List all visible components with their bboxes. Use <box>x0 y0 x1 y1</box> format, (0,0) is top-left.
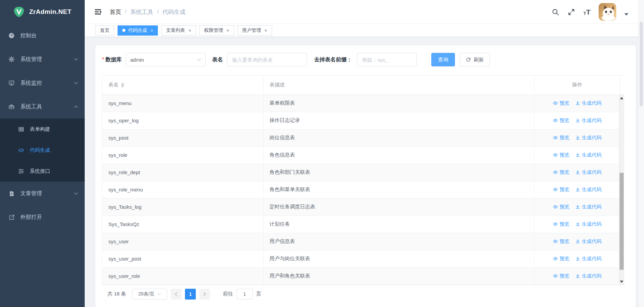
table-name-input[interactable] <box>227 53 307 66</box>
sidebar-item-system-management[interactable]: 系统管理 <box>0 47 85 71</box>
generate-code-link[interactable]: 生成代码 <box>575 169 602 176</box>
prefix-label: 去掉表名前缀： <box>314 56 352 63</box>
logo-v-icon <box>13 6 25 18</box>
cell-table-desc: 定时任务调度日志表 <box>263 198 534 216</box>
sidebar-item-label: 系统工具 <box>20 103 42 110</box>
cell-table-name: sys_role_menu <box>102 181 263 198</box>
cell-table-desc: 岗位信息表 <box>263 129 534 146</box>
generate-code-link[interactable]: 生成代码 <box>575 273 602 279</box>
preview-link[interactable]: 预览 <box>553 238 569 245</box>
scroll-down-arrow-icon[interactable] <box>620 281 623 283</box>
tab-close-icon[interactable]: × <box>150 28 153 33</box>
sidebar-item-label: 系统管理 <box>20 56 42 63</box>
scroll-up-arrow-icon[interactable] <box>620 97 623 99</box>
main-area: 首页 / 系统工具 / 代码生成 TT <box>85 0 644 307</box>
generate-code-link[interactable]: 生成代码 <box>575 152 602 158</box>
preview-link[interactable]: 预览 <box>553 152 569 158</box>
avatar-caret-down-icon[interactable] <box>624 13 628 16</box>
generate-code-link[interactable]: 生成代码 <box>575 204 602 210</box>
tag-tab-user-management[interactable]: 用户管理 × <box>237 25 272 36</box>
sidebar-item-article-management[interactable]: 文章管理 <box>0 182 85 205</box>
sidebar-item-label: 文章管理 <box>20 190 42 197</box>
sidebar-item-external-open[interactable]: 外部打开 <box>0 205 85 229</box>
database-select-value: admin <box>130 57 144 63</box>
sidebar-item-dashboard[interactable]: 控制台 <box>0 24 85 47</box>
code-generation-card: *数据库 admin 表名 去掉表名前缀： 查询 刷新 <box>95 45 636 307</box>
table-header-row: 表名 表描述 操作 <box>102 76 625 95</box>
chevron-down-icon <box>74 192 78 195</box>
sliders-icon <box>18 168 24 175</box>
column-header-table-desc: 表描述 <box>263 76 534 95</box>
refresh-icon <box>466 57 471 62</box>
generate-code-link[interactable]: 生成代码 <box>575 221 602 227</box>
window-scrollbar[interactable] <box>638 0 644 307</box>
preview-link[interactable]: 预览 <box>553 135 569 141</box>
chevron-down-icon <box>74 82 78 84</box>
sidebar-item-label: 系统监控 <box>20 80 42 87</box>
generate-code-link[interactable]: 生成代码 <box>575 100 602 106</box>
prefix-input[interactable] <box>357 53 417 66</box>
sidebar-item-code-generation[interactable]: 代码生成 <box>0 140 85 161</box>
user-avatar[interactable] <box>599 3 616 21</box>
goto-page-input[interactable] <box>236 289 253 300</box>
sidebar-item-system-tools[interactable]: 系统工具 <box>0 95 85 119</box>
prev-page-button[interactable] <box>171 289 182 300</box>
sort-caret-icon[interactable] <box>121 83 124 87</box>
sidebar-item-system-monitor[interactable]: 系统监控 <box>0 71 85 95</box>
tab-close-icon[interactable]: × <box>265 28 267 33</box>
generate-code-link[interactable]: 生成代码 <box>575 135 602 141</box>
external-link-icon <box>8 214 15 221</box>
generate-code-link[interactable]: 生成代码 <box>575 117 602 124</box>
goto-label: 前往 <box>223 291 233 297</box>
column-header-table-name[interactable]: 表名 <box>102 76 263 95</box>
cell-table-name: sys_user_role <box>102 267 263 285</box>
sidebar-fold-icon[interactable] <box>92 6 104 18</box>
generate-code-link[interactable]: 生成代码 <box>575 186 602 193</box>
tag-tab-article-list[interactable]: 文章列表 × <box>161 25 196 36</box>
cell-table-name: sys_oper_log <box>102 112 263 129</box>
generate-code-link[interactable]: 生成代码 <box>575 238 602 245</box>
table-scrollbar[interactable] <box>619 95 624 285</box>
cell-table-desc: 角色信息表 <box>263 146 534 164</box>
breadcrumb-section: 系统工具 <box>130 8 153 16</box>
top-navbar: 首页 / 系统工具 / 代码生成 TT <box>85 0 644 24</box>
table-row: sys_role_dept 角色和部门关联表 预览生成代码 <box>102 164 625 181</box>
generate-code-link[interactable]: 生成代码 <box>575 255 602 262</box>
cell-table-name: sys_menu <box>102 95 263 112</box>
tab-label: 用户管理 <box>242 27 261 34</box>
preview-link[interactable]: 预览 <box>553 117 569 124</box>
tag-tab-code-generation[interactable]: 代码生成 × <box>118 25 158 36</box>
page-size-select[interactable]: 20条/页 <box>132 289 167 300</box>
page-number-button[interactable]: 1 <box>185 289 196 300</box>
tag-tab-permission-management[interactable]: 权限管理 × <box>199 25 234 36</box>
table-scrollbar-thumb[interactable] <box>620 173 624 270</box>
cell-table-name: Sys_TasksQz <box>102 216 263 233</box>
tab-close-icon[interactable]: × <box>226 28 229 33</box>
sidebar-item-system-api[interactable]: 系统接口 <box>0 161 85 182</box>
preview-link[interactable]: 预览 <box>553 255 569 262</box>
cell-table-name: sys_Tasks_log <box>102 198 263 216</box>
search-icon[interactable] <box>552 8 559 16</box>
search-button[interactable]: 查询 <box>431 53 455 66</box>
next-page-button[interactable] <box>199 289 210 300</box>
page-unit-label: 页 <box>256 291 261 297</box>
preview-link[interactable]: 预览 <box>553 100 569 106</box>
cell-table-desc: 计划任务 <box>263 216 534 233</box>
breadcrumb-home[interactable]: 首页 <box>110 8 121 16</box>
tab-close-icon[interactable]: × <box>188 28 191 33</box>
refresh-button[interactable]: 刷新 <box>460 53 490 66</box>
table-row: Sys_TasksQz 计划任务 预览生成代码 <box>102 216 625 233</box>
database-select[interactable]: admin <box>126 53 206 66</box>
preview-link[interactable]: 预览 <box>553 169 569 176</box>
preview-link[interactable]: 预览 <box>553 204 569 210</box>
app-logo[interactable]: ZrAdmin.NET <box>0 0 85 24</box>
window-scrollbar-thumb[interactable] <box>640 22 643 106</box>
sidebar-item-form-builder[interactable]: 表单构建 <box>0 119 85 140</box>
preview-link[interactable]: 预览 <box>553 273 569 279</box>
font-size-icon[interactable]: TT <box>583 8 590 16</box>
tag-tab-home[interactable]: 首页 <box>95 25 114 36</box>
preview-link[interactable]: 预览 <box>553 221 569 227</box>
preview-link[interactable]: 预览 <box>553 186 569 193</box>
fullscreen-icon[interactable] <box>567 8 575 16</box>
font-size-small-glyph: T <box>583 11 586 16</box>
